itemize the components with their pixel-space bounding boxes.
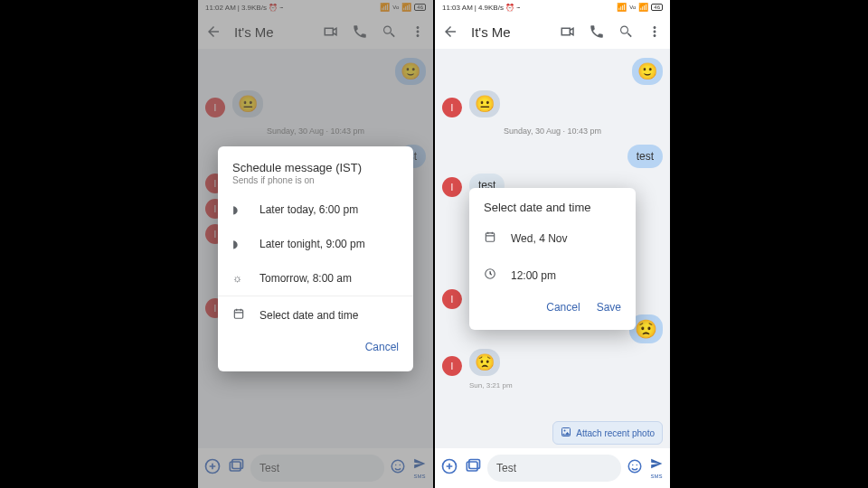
- phone-right: 11:03 AM | 4.9KB/s ⏰ ··· 📶 Vo 📶 46 It's …: [435, 0, 670, 488]
- status-rate: 4.9KB/s: [478, 4, 504, 12]
- compose-bar: Test SMS: [435, 448, 670, 488]
- modal-subtitle: Sends if phone is on: [218, 174, 413, 192]
- emoji-msg: 🙂: [632, 58, 663, 85]
- attach-photo-chip[interactable]: Attach recent photo: [552, 421, 663, 445]
- moon-icon: ◗: [232, 238, 247, 250]
- modal-title: Select date and time: [469, 201, 636, 220]
- emoji-msg: 😟: [469, 349, 500, 376]
- svg-rect-15: [486, 233, 494, 241]
- emoji-msg: 😐: [469, 90, 500, 117]
- volte-icon: Vo: [629, 5, 636, 10]
- sun-icon: ☼: [232, 272, 247, 285]
- msg-out: test: [627, 145, 663, 168]
- opt-later-today[interactable]: ◗Later today, 6:00 pm: [218, 192, 413, 227]
- svg-point-14: [637, 465, 638, 466]
- contact-name[interactable]: It's Me: [471, 24, 547, 40]
- date-row[interactable]: Wed, 4 Nov: [469, 220, 636, 257]
- svg-rect-6: [234, 310, 242, 318]
- compose-input[interactable]: Test: [487, 455, 621, 482]
- svg-point-12: [628, 460, 641, 473]
- image-icon: [561, 427, 571, 439]
- status-bar: 11:03 AM | 4.9KB/s ⏰ ··· 📶 Vo 📶 46: [435, 0, 670, 14]
- avatar[interactable]: I: [442, 356, 462, 376]
- status-time: 11:03 AM: [442, 4, 473, 12]
- phone-icon[interactable]: [589, 23, 605, 40]
- date-label: Sunday, 30 Aug · 10:43 pm: [442, 127, 663, 136]
- calendar-icon: [232, 307, 247, 323]
- add-icon[interactable]: [440, 457, 458, 479]
- signal-icon: 📶: [617, 3, 627, 12]
- send-button[interactable]: SMS: [648, 457, 665, 479]
- avatar[interactable]: I: [442, 177, 462, 197]
- svg-point-8: [564, 430, 566, 432]
- search-icon[interactable]: [618, 23, 634, 40]
- back-icon[interactable]: [442, 23, 458, 40]
- cancel-button[interactable]: Cancel: [546, 301, 580, 314]
- alarm-icon: ⏰: [505, 4, 514, 12]
- save-button[interactable]: Save: [597, 301, 621, 314]
- cancel-button[interactable]: Cancel: [365, 341, 399, 353]
- video-icon[interactable]: [560, 23, 576, 40]
- avatar[interactable]: I: [442, 289, 462, 309]
- battery-icon: 46: [651, 4, 663, 11]
- moon-icon: ◗: [232, 203, 247, 216]
- wifi-icon: 📶: [638, 3, 648, 12]
- datetime-modal: Select date and time Wed, 4 Nov 12:00 pm…: [469, 188, 636, 330]
- opt-tonight[interactable]: ◗Later tonight, 9:00 pm: [218, 227, 413, 261]
- emoji-icon[interactable]: [627, 458, 643, 478]
- calendar-icon: [484, 230, 498, 246]
- schedule-modal: Schedule message (IST) Sends if phone is…: [218, 146, 413, 371]
- phone-left: 11:02 AM | 3.9KB/s ⏰ ··· 📶 Vo 📶 46 It's …: [198, 0, 433, 488]
- time-row[interactable]: 12:00 pm: [469, 257, 636, 294]
- more-icon: ···: [516, 4, 520, 12]
- clock-icon: [484, 267, 498, 283]
- opt-select-date[interactable]: Select date and time: [218, 296, 413, 333]
- timestamp: Sun, 3:21 pm: [469, 381, 663, 389]
- gallery-icon[interactable]: [464, 457, 482, 479]
- app-bar: It's Me: [435, 14, 670, 49]
- menu-icon[interactable]: [646, 23, 663, 40]
- svg-point-13: [632, 465, 634, 466]
- opt-tomorrow[interactable]: ☼Tomorrow, 8:00 am: [218, 261, 413, 296]
- modal-title: Schedule message (IST): [218, 161, 413, 174]
- avatar[interactable]: I: [442, 98, 462, 117]
